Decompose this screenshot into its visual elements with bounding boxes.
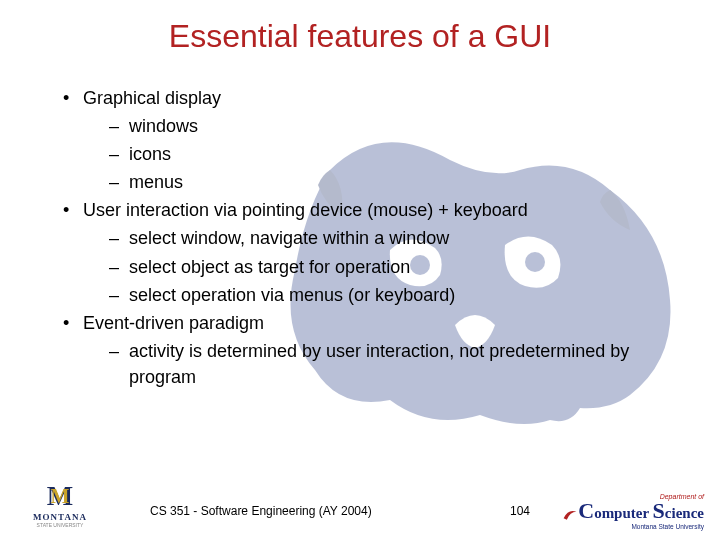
sub-bullet-list: select window, navigate within a windows… [83,225,675,307]
montana-logo-text: MONTANA [20,512,100,522]
slide-title: Essential features of a GUI [0,18,720,55]
cs-dept-name: Computer Science [549,500,704,523]
bullet-text: Graphical display [83,88,221,108]
slide-footer: MM MONTANA STATE UNIVERSITY CS 351 - Sof… [0,470,720,540]
bullet-item: Graphical displaywindowsiconsmenus [55,85,675,195]
sub-bullet-list: windowsiconsmenus [83,113,675,195]
slide: Essential features of a GUI Graphical di… [0,0,720,540]
sub-bullet-item: menus [83,169,675,195]
swoosh-icon [562,507,578,523]
sub-bullet-item: icons [83,141,675,167]
montana-logo: MM MONTANA STATE UNIVERSITY [20,482,100,528]
sub-bullet-item: select object as target for operation [83,254,675,280]
bullet-item: Event-driven paradigmactivity is determi… [55,310,675,390]
sub-bullet-item: select operation via menus (or keyboard) [83,282,675,308]
cs-dept-label: Department of [549,493,704,500]
sub-bullet-item: activity is determined by user interacti… [83,338,675,390]
bullet-list: Graphical displaywindowsiconsmenusUser i… [55,85,675,390]
bullet-item: User interaction via pointing device (mo… [55,197,675,307]
montana-m-icon: MM [20,482,100,510]
footer-course: CS 351 - Software Engineering (AY 2004) [150,504,372,518]
bullet-text: Event-driven paradigm [83,313,264,333]
page-number: 104 [510,504,530,518]
sub-bullet-item: select window, navigate within a window [83,225,675,251]
slide-body: Graphical displaywindowsiconsmenusUser i… [55,85,675,392]
bullet-text: User interaction via pointing device (mo… [83,200,528,220]
sub-bullet-list: activity is determined by user interacti… [83,338,675,390]
sub-bullet-item: windows [83,113,675,139]
cs-dept-logo: Department of Computer Science Montana S… [549,493,704,530]
cs-dept-uni: Montana State University [549,523,704,530]
montana-logo-sub: STATE UNIVERSITY [20,522,100,528]
